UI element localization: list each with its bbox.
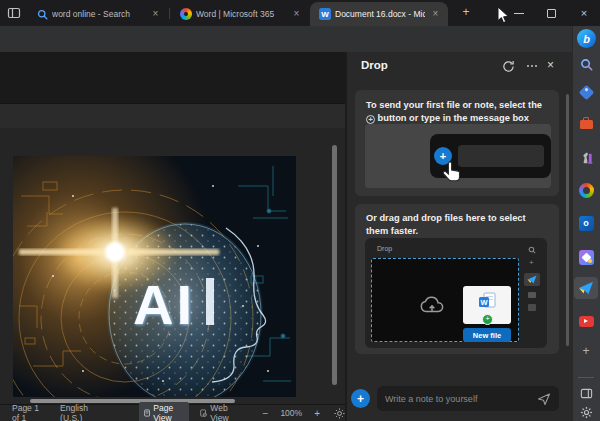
drop-add-button[interactable]: + [351,389,370,408]
zoom-out-button[interactable]: − [263,408,269,419]
document-vertical-scrollbar[interactable] [332,145,337,385]
refresh-icon [502,60,515,73]
tab-word-online-search[interactable]: word online - Search × [28,2,168,26]
outlook-icon: o [579,216,594,231]
youtube-icon [579,316,594,327]
mouse-cursor-arrow [496,6,510,25]
microsoft-365-icon [579,183,594,198]
mini-window-title: Drop [377,245,392,252]
close-icon[interactable]: × [429,8,442,21]
web-view-button[interactable]: Web View [195,402,244,421]
toolbox-icon [580,120,593,129]
sidebar-outlook-button[interactable]: o [576,213,596,233]
green-plus-badge: + [482,314,493,325]
browser-tab-bar: word online - Search × Word | Microsoft … [0,0,600,26]
note-input[interactable] [385,394,537,404]
designer-icon [579,250,594,265]
microsoft-365-icon [180,8,192,20]
mini-new-file-button: New file [463,328,511,342]
drop-panel-title: Drop [361,59,388,71]
maximize-button[interactable] [536,0,566,26]
sidebar-search-button[interactable] [576,54,596,74]
drop-instruction-card-1: To send your first file or note, select … [355,90,559,196]
word-toolbar: B I U A [0,103,345,128]
sidebar-drop-button[interactable] [574,277,598,299]
drop-instruction-2: Or drag and drop files here to select th… [366,212,548,237]
drop-panel-scrollbar[interactable] [566,94,569,346]
compose-note-bar[interactable] [377,386,559,411]
drop-refresh-button[interactable] [502,60,515,73]
document-canvas: AI AI [0,128,345,404]
gear-icon [580,406,593,419]
chess-games-icon [579,150,594,165]
tab-title: Document 16.docx - Microsoft W... [335,9,425,19]
zoom-in-button[interactable]: + [314,408,320,419]
drop-instruction-card-2: Or drag and drop files here to select th… [355,204,559,354]
drop-menu-button[interactable] [525,65,539,67]
close-icon[interactable]: × [290,8,303,21]
tab-actions-button[interactable] [7,6,21,20]
mini-faded-icon [528,292,536,298]
mini-drop-selected-icon [524,273,540,286]
language-status[interactable]: English (U.S.) [60,403,101,421]
window-close-button[interactable]: × [568,0,600,26]
tab-word-microsoft-365[interactable]: Word | Microsoft 365 × [171,2,309,26]
sidebar-settings-button[interactable] [576,402,596,421]
shopping-tag-icon [578,84,594,100]
document-image-ai-head[interactable]: AI AI [13,156,296,397]
sidebar-add-button[interactable]: + [576,341,596,361]
sidebar-toggle-button[interactable] [576,383,596,403]
word-menu-bar: File Home Insert Layout Share [0,78,345,103]
browser-address-bar: ← https://onedrive.live.com/edit.aspx?ac… [0,26,572,52]
maximize-icon [547,9,556,18]
brightness-button[interactable] [334,408,345,419]
sidebar-tools-button[interactable] [576,113,596,133]
bing-icon: b [577,29,596,48]
sidebar-divider [578,377,594,378]
send-icon[interactable] [537,392,551,406]
mini-search-icon [528,246,536,254]
word-icon: W [319,8,331,20]
search-icon [580,58,593,71]
drop-close-button[interactable]: × [547,58,554,72]
hand-cursor-icon [440,160,464,190]
sidebar-microsoft-365-button[interactable] [576,180,596,200]
sidebar-youtube-button[interactable] [576,311,596,331]
cloud-upload-icon [419,295,445,314]
illustration-input-bar [458,145,544,167]
word-header: Word Document 16 - Saved to OneDrive [0,52,345,78]
browser-window: word online - Search × Word | Microsoft … [0,0,600,421]
tab-layout-icon [7,6,21,20]
mini-plus-icon: + [529,258,534,267]
drop-illustration-2: Drop + [365,238,547,348]
sidebar-games-button[interactable] [576,147,596,167]
image-overlay-text: AI [133,273,195,336]
minimize-icon [514,13,524,14]
tab-title: Word | Microsoft 365 [196,9,286,19]
mini-faded-icon [528,304,536,311]
sidebar-shopping-button[interactable] [576,82,596,102]
word-document-icon: W [476,291,498,313]
close-icon[interactable]: × [149,8,162,21]
word-status-bar: Page 1 of 1 English (U.S.) Page View Web… [0,404,345,421]
sidebar-designer-button[interactable] [576,247,596,267]
mini-file-card: W + [463,286,511,324]
new-tab-button[interactable]: + [458,5,474,21]
search-icon [37,9,48,20]
svg-text:W: W [480,298,488,307]
brightness-icon [334,408,345,419]
drop-paper-plane-icon [578,281,594,295]
tab-document-16[interactable]: W Document 16.docx - Microsoft W... × [310,2,448,26]
zoom-level[interactable]: 100% [280,408,302,418]
tab-title: word online - Search [52,9,145,19]
bing-copilot-button[interactable]: b [577,29,596,48]
page-view-button[interactable]: Page View [139,402,189,421]
page-count[interactable]: Page 1 of 1 [12,403,46,421]
sidebar-toggle-icon [580,387,593,400]
circled-plus-icon: + [366,115,375,124]
tab-divider [169,8,170,19]
web-view-icon [200,408,207,418]
page-view-icon [144,408,150,418]
